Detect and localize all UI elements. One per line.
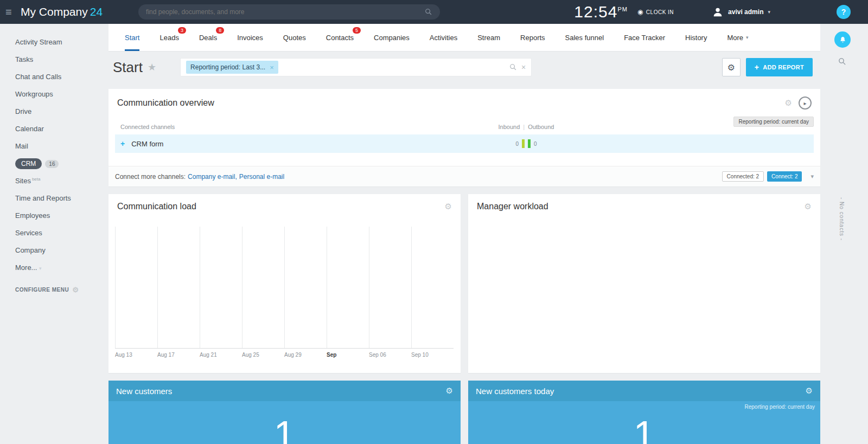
expand-plus-icon[interactable]: + bbox=[120, 139, 125, 148]
filter-input[interactable] bbox=[283, 63, 509, 71]
personal-email-link[interactable]: Personal e-mail bbox=[239, 173, 284, 181]
outbound-value: 0 bbox=[534, 141, 537, 147]
connect-count-badge[interactable]: Connect: 2 bbox=[767, 171, 802, 182]
clock-display[interactable]: 12:54PM bbox=[574, 3, 628, 21]
tab-more[interactable]: More▾ bbox=[727, 24, 748, 51]
x-tick: Aug 17 bbox=[157, 352, 200, 358]
company-email-link[interactable]: Company e-mail, bbox=[188, 173, 237, 181]
channel-row-crm-form[interactable]: + CRM form 0 0 bbox=[115, 134, 814, 153]
global-search-input[interactable] bbox=[146, 8, 425, 16]
help-button[interactable]: ? bbox=[837, 5, 851, 19]
sidebar-item-company[interactable]: Company bbox=[15, 246, 104, 254]
caret-down-icon: ▾ bbox=[768, 9, 770, 15]
chip-close-icon[interactable]: × bbox=[270, 63, 274, 72]
page-body: Activity Stream Tasks Chat and Calls Wor… bbox=[0, 24, 868, 444]
sidebar-item-more[interactable]: More... ▾ bbox=[15, 263, 104, 272]
dashboard-settings-button[interactable]: ⚙ bbox=[722, 58, 741, 76]
sidebar-item-chat-and-calls[interactable]: Chat and Calls bbox=[15, 73, 104, 81]
sidebar-item-calendar[interactable]: Calendar bbox=[15, 125, 104, 133]
favorite-star-icon[interactable]: ★ bbox=[148, 61, 156, 73]
tab-label: More bbox=[727, 34, 743, 42]
search-icon[interactable] bbox=[425, 8, 432, 16]
sidebar-item-sites[interactable]: Sitesbeta bbox=[15, 177, 104, 185]
sidebar-item-activity-stream[interactable]: Activity Stream bbox=[15, 38, 104, 46]
main-content: Start Leads3 Deals8 Invoices Quotes Cont… bbox=[108, 24, 820, 444]
menu-hamburger-icon[interactable]: ≡ bbox=[5, 6, 17, 18]
no-contacts-label: - No contacts - bbox=[839, 197, 845, 241]
widget-new-customers-today: New customers today ⚙ Reporting period: … bbox=[468, 381, 820, 444]
x-tick: Aug 25 bbox=[242, 352, 284, 358]
tab-face-tracker[interactable]: Face Tracker bbox=[624, 24, 665, 51]
tab-label: Face Tracker bbox=[624, 34, 665, 42]
tab-label: Invoices bbox=[237, 34, 263, 42]
tab-label: Deals bbox=[199, 34, 217, 42]
sites-label: Sites bbox=[15, 177, 31, 185]
avatar-icon bbox=[712, 6, 724, 18]
x-tick: Sep bbox=[327, 352, 369, 358]
global-search[interactable] bbox=[138, 4, 440, 20]
sidebar-item-services[interactable]: Services bbox=[15, 229, 104, 237]
notifications-bell-icon[interactable] bbox=[834, 31, 851, 48]
tab-stream[interactable]: Stream bbox=[477, 24, 500, 51]
filter-search-icon[interactable] bbox=[509, 63, 517, 71]
sidebar-item-employees[interactable]: Employees bbox=[15, 211, 104, 220]
brand-name: My Company bbox=[21, 5, 88, 18]
widget-header: New customers today ⚙ bbox=[468, 381, 820, 401]
configure-menu-button[interactable]: CONFIGURE MENU ⚙ bbox=[15, 286, 104, 294]
clock-in-button[interactable]: ◉ CLOCK IN bbox=[637, 8, 674, 16]
clock-in-label: CLOCK IN bbox=[646, 9, 674, 15]
sidebar-item-mail[interactable]: Mail bbox=[15, 142, 104, 150]
leads-count-badge: 3 bbox=[178, 27, 186, 34]
widgets-row-2: Communication load ⚙ Aug 13 Aug 17 Aug 2… bbox=[108, 194, 820, 373]
gear-icon[interactable]: ⚙ bbox=[445, 202, 452, 211]
connected-channels-label: Connected channels bbox=[120, 124, 491, 130]
connect-more-label: Connect more channels: bbox=[115, 173, 186, 181]
filter-search-box[interactable]: Reporting period: Last 3... × × bbox=[180, 58, 532, 76]
sidebar-item-tasks[interactable]: Tasks bbox=[15, 55, 104, 63]
communication-load-chart: Aug 13 Aug 17 Aug 21 Aug 25 Aug 29 Sep S… bbox=[108, 219, 461, 363]
tab-sales-funnel[interactable]: Sales funnel bbox=[565, 24, 604, 51]
widget-manager-workload: Manager workload ⚙ bbox=[468, 194, 820, 373]
tab-leads[interactable]: Leads3 bbox=[159, 24, 178, 51]
add-report-button[interactable]: + ADD REPORT bbox=[746, 58, 813, 76]
gear-icon: ⚙ bbox=[72, 286, 79, 294]
configure-menu-label: CONFIGURE MENU bbox=[15, 287, 69, 293]
right-rail: - No contacts - bbox=[820, 24, 868, 444]
user-menu[interactable]: avivi admin ▾ bbox=[712, 6, 770, 18]
chevron-down-icon[interactable]: ▾ bbox=[810, 173, 814, 180]
tab-activities[interactable]: Activities bbox=[430, 24, 457, 51]
clock-time: 12:54 bbox=[574, 3, 617, 21]
tab-label: Reports bbox=[520, 34, 545, 42]
widget-header: Communication overview ⚙ ▸ bbox=[108, 89, 820, 117]
brand-logo[interactable]: My Company24 bbox=[21, 5, 103, 18]
tab-deals[interactable]: Deals8 bbox=[199, 24, 217, 51]
tab-label: History bbox=[685, 34, 707, 42]
tab-start[interactable]: Start bbox=[125, 24, 139, 51]
filter-actions: × bbox=[509, 63, 526, 72]
sidebar-item-workgroups[interactable]: Workgroups bbox=[15, 90, 104, 98]
gear-icon[interactable]: ⚙ bbox=[785, 98, 792, 108]
tab-history[interactable]: History bbox=[685, 24, 707, 51]
gear-icon[interactable]: ⚙ bbox=[805, 202, 812, 211]
tab-companies[interactable]: Companies bbox=[374, 24, 410, 51]
x-tick: Aug 13 bbox=[115, 352, 157, 358]
gear-icon[interactable]: ⚙ bbox=[806, 386, 813, 396]
sidebar-item-drive[interactable]: Drive bbox=[15, 107, 104, 115]
caret-down-icon: ▾ bbox=[39, 266, 42, 271]
rail-search-icon[interactable] bbox=[838, 57, 868, 68]
tab-contacts[interactable]: Contacts5 bbox=[326, 24, 354, 51]
play-circle-icon[interactable]: ▸ bbox=[799, 96, 812, 110]
tab-quotes[interactable]: Quotes bbox=[283, 24, 306, 51]
x-tick: Aug 21 bbox=[200, 352, 242, 358]
play-icon: ▸ bbox=[803, 100, 806, 106]
sidebar-item-crm[interactable]: CRM16 bbox=[15, 159, 104, 168]
sidebar-item-time-and-reports[interactable]: Time and Reports bbox=[15, 194, 104, 202]
gear-icon[interactable]: ⚙ bbox=[446, 386, 453, 396]
x-tick: Aug 29 bbox=[284, 352, 327, 358]
tab-label: Contacts bbox=[326, 34, 354, 42]
tab-invoices[interactable]: Invoices bbox=[237, 24, 263, 51]
filter-clear-icon[interactable]: × bbox=[521, 63, 526, 72]
filter-chip-reporting-period[interactable]: Reporting period: Last 3... × bbox=[186, 61, 278, 74]
tab-label: Stream bbox=[477, 34, 500, 42]
tab-reports[interactable]: Reports bbox=[520, 24, 545, 51]
